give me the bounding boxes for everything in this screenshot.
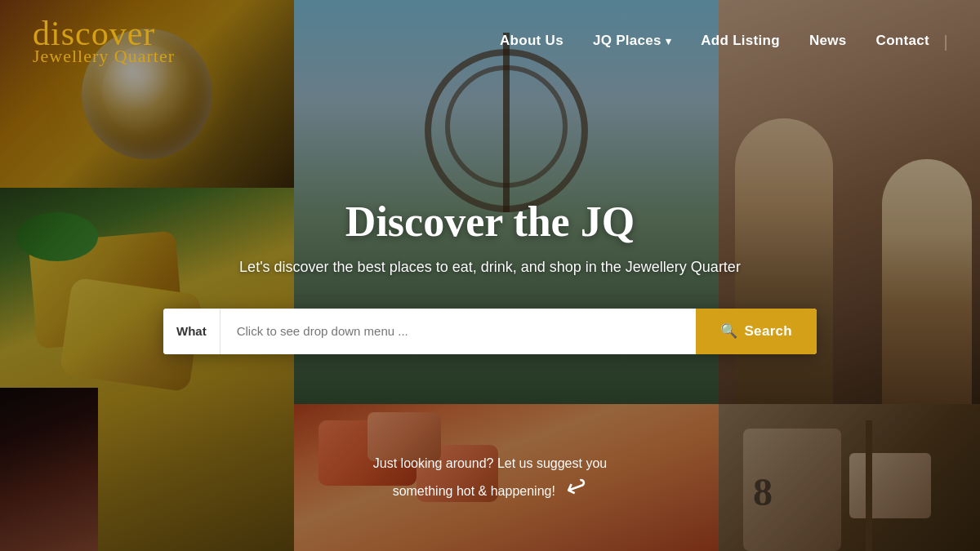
nav-news[interactable]: News [795,26,862,56]
hero-content: Discover the JQ Let's discover the best … [163,198,817,354]
hint-line1: Just looking around? Let us suggest you [373,456,607,470]
logo[interactable]: discover Jewellery Quarter [33,16,175,65]
nav-add-listing[interactable]: Add Listing [686,26,795,56]
search-icon: 🔍 [720,322,737,340]
nav-divider: | [944,32,947,51]
search-button-label: Search [744,323,792,340]
search-what-label: What [163,309,220,354]
hero-subtitle: Let's discover the best places to eat, d… [163,259,817,276]
nav-jq-places-label: JQ Places [593,33,662,49]
nav-about-us[interactable]: About Us [485,26,578,56]
hint-line2: something hot & happening! [393,484,555,498]
jq-places-chevron-icon: ▾ [666,35,671,47]
navbar: discover Jewellery Quarter About Us JQ P… [0,0,980,82]
search-bar: What 🔍 Search [163,309,817,354]
bg-person-left [0,388,98,551]
hero-hint: Just looking around? Let us suggest you … [373,456,607,502]
hero-title: Discover the JQ [163,198,817,246]
nav-contact[interactable]: Contact [862,26,944,56]
logo-subtitle: Jewellery Quarter [33,47,175,65]
search-button[interactable]: 🔍 Search [696,309,817,354]
search-input[interactable] [220,309,697,354]
nav-jq-places[interactable]: JQ Places ▾ [578,26,686,56]
hint-arrow-icon: ↩ [561,469,592,505]
nav-links: About Us JQ Places ▾ Add Listing News Co… [485,26,947,56]
